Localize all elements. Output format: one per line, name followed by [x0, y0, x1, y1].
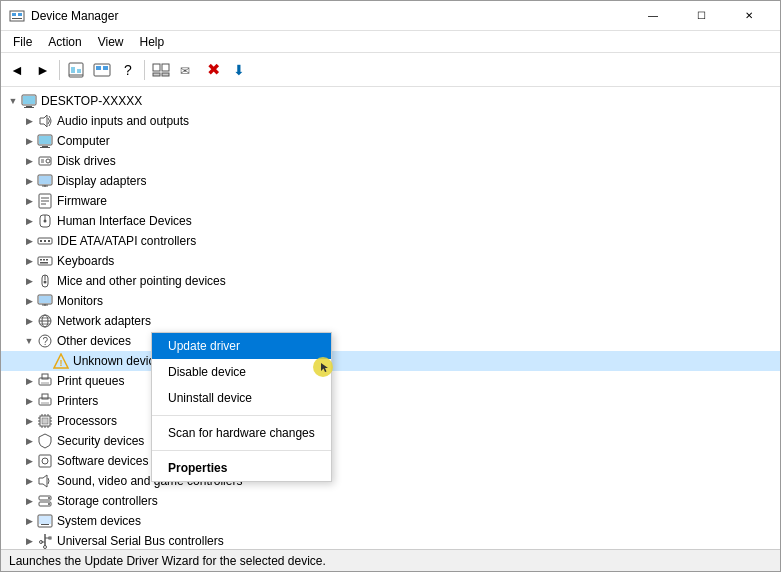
- tree-item-storage[interactable]: ▶ Storage controllers: [1, 491, 780, 511]
- svg-rect-67: [41, 382, 49, 384]
- audio-icon: [37, 113, 53, 129]
- security-icon: [37, 433, 53, 449]
- tree-item-hid[interactable]: ▶ Human Interface Devices: [1, 211, 780, 231]
- tree-item-other[interactable]: ▼ ? Other devices: [1, 331, 780, 351]
- tree-item-printq[interactable]: ▶ Print queues: [1, 371, 780, 391]
- tree-item-printers[interactable]: ▶ Printers: [1, 391, 780, 411]
- close-button[interactable]: ✕: [726, 1, 772, 31]
- unknown-label: Unknown device: [73, 354, 161, 368]
- tree-item-processors[interactable]: ▶: [1, 411, 780, 431]
- svg-rect-10: [103, 66, 108, 70]
- usb-icon: [37, 533, 53, 549]
- toolbar-scan[interactable]: ⬇: [227, 58, 251, 82]
- tree-item-security[interactable]: ▶ Security devices: [1, 431, 780, 451]
- svg-rect-30: [39, 176, 51, 184]
- software-expand[interactable]: ▶: [21, 453, 37, 469]
- tree-item-keyboards[interactable]: ▶ Keyboards: [1, 251, 780, 271]
- toolbar-remove[interactable]: ✖: [201, 58, 225, 82]
- context-uninstall-device[interactable]: Uninstall device: [152, 385, 331, 411]
- firmware-expand[interactable]: ▶: [21, 193, 37, 209]
- toolbar-sep-1: [59, 60, 60, 80]
- processors-icon: [37, 413, 53, 429]
- menu-file[interactable]: File: [5, 33, 40, 51]
- tree-item-monitors[interactable]: ▶ Monitors: [1, 291, 780, 311]
- display-icon: [37, 173, 53, 189]
- hid-expand[interactable]: ▶: [21, 213, 37, 229]
- other-expand[interactable]: ▼: [21, 333, 37, 349]
- tree-item-firmware[interactable]: ▶ Firmware: [1, 191, 780, 211]
- mice-expand[interactable]: ▶: [21, 273, 37, 289]
- tree-item-usb[interactable]: ▶ Universal Serial Bus controllers: [1, 531, 780, 549]
- disk-expand[interactable]: ▶: [21, 153, 37, 169]
- audio-expand[interactable]: ▶: [21, 113, 37, 129]
- svg-rect-18: [26, 106, 32, 107]
- toolbar-resources[interactable]: ✉: [175, 58, 199, 82]
- tree-item-ide[interactable]: ▶ IDE ATA/ATAPI controllers: [1, 231, 780, 251]
- tree-item-disk[interactable]: ▶ Disk drives: [1, 151, 780, 171]
- toolbar-show-hidden[interactable]: [149, 58, 173, 82]
- device-tree[interactable]: ▼ DESKTOP-XXXXX ▶: [1, 87, 780, 549]
- svg-rect-5: [71, 67, 75, 73]
- svg-rect-42: [44, 240, 46, 242]
- window-title: Device Manager: [31, 9, 630, 23]
- svg-rect-70: [41, 402, 49, 404]
- computer-label: Computer: [57, 134, 110, 148]
- ide-expand[interactable]: ▶: [21, 233, 37, 249]
- tree-item-unknown[interactable]: ! Unknown device: [1, 351, 780, 371]
- printq-expand[interactable]: ▶: [21, 373, 37, 389]
- tree-item-software[interactable]: ▶ Software devices: [1, 451, 780, 471]
- toolbar-forward[interactable]: ►: [31, 58, 55, 82]
- tree-item-audio[interactable]: ▶ Audio inputs and outputs: [1, 111, 780, 131]
- printers-label: Printers: [57, 394, 98, 408]
- main-area: ▼ DESKTOP-XXXXX ▶: [1, 87, 780, 549]
- minimize-button[interactable]: —: [630, 1, 676, 31]
- keyboards-expand[interactable]: ▶: [21, 253, 37, 269]
- context-scan-hardware[interactable]: Scan for hardware changes: [152, 420, 331, 446]
- context-disable-device[interactable]: Disable device: [152, 359, 331, 385]
- svg-rect-1: [12, 13, 16, 16]
- computer2-icon: [37, 133, 53, 149]
- svg-rect-12: [162, 64, 169, 71]
- toolbar-help[interactable]: ?: [116, 58, 140, 82]
- toolbar-device-manager[interactable]: [90, 58, 114, 82]
- printq-icon: [37, 373, 53, 389]
- tree-item-computer[interactable]: ▶ Computer: [1, 131, 780, 151]
- tree-item-mice[interactable]: ▶ Mice and other pointing devices: [1, 271, 780, 291]
- tree-item-system[interactable]: ▶ System devices: [1, 511, 780, 531]
- monitors-expand[interactable]: ▶: [21, 293, 37, 309]
- menu-action[interactable]: Action: [40, 33, 89, 51]
- menu-view[interactable]: View: [90, 33, 132, 51]
- svg-rect-13: [153, 73, 160, 76]
- monitors-icon: [37, 293, 53, 309]
- computer-expand[interactable]: ▶: [21, 133, 37, 149]
- tree-item-display[interactable]: ▶ Display adapters: [1, 171, 780, 191]
- toolbar-back[interactable]: ◄: [5, 58, 29, 82]
- usb-expand[interactable]: ▶: [21, 533, 37, 549]
- status-text: Launches the Update Driver Wizard for th…: [9, 554, 326, 568]
- sound-expand[interactable]: ▶: [21, 473, 37, 489]
- tree-root[interactable]: ▼ DESKTOP-XXXXX: [1, 91, 780, 111]
- toolbar-sep-2: [144, 60, 145, 80]
- svg-rect-72: [42, 418, 48, 424]
- display-expand[interactable]: ▶: [21, 173, 37, 189]
- svg-rect-6: [77, 69, 81, 73]
- maximize-button[interactable]: ☐: [678, 1, 724, 31]
- unknown-expand[interactable]: [37, 353, 53, 369]
- context-properties[interactable]: Properties: [152, 455, 331, 481]
- svg-rect-53: [39, 296, 51, 303]
- storage-expand[interactable]: ▶: [21, 493, 37, 509]
- toolbar-up[interactable]: [64, 58, 88, 82]
- network-expand[interactable]: ▶: [21, 313, 37, 329]
- security-expand[interactable]: ▶: [21, 433, 37, 449]
- ide-icon: [37, 233, 53, 249]
- printers-expand[interactable]: ▶: [21, 393, 37, 409]
- context-update-driver[interactable]: Update driver: [152, 333, 331, 359]
- hid-icon: [37, 213, 53, 229]
- tree-item-sound[interactable]: ▶ Sound, video and game controllers: [1, 471, 780, 491]
- system-expand[interactable]: ▶: [21, 513, 37, 529]
- svg-rect-97: [49, 537, 51, 539]
- root-expand[interactable]: ▼: [5, 93, 21, 109]
- menu-help[interactable]: Help: [132, 33, 173, 51]
- processors-expand[interactable]: ▶: [21, 413, 37, 429]
- tree-item-network[interactable]: ▶ Network adapters: [1, 311, 780, 331]
